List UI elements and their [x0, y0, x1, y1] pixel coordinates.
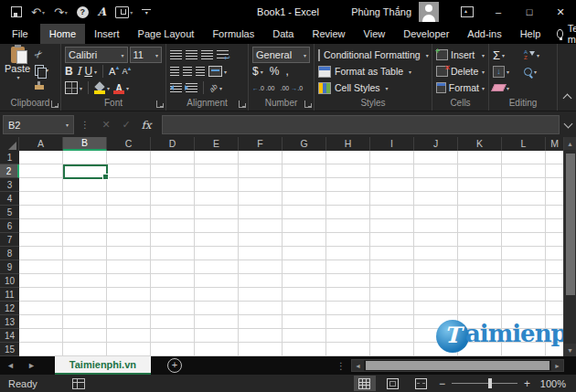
copy-button[interactable]: ▾ [35, 64, 57, 76]
formula-input[interactable] [162, 115, 560, 134]
vertical-scroll-thumb[interactable] [566, 154, 575, 295]
decrease-decimal-button[interactable]: .00 →.0 [281, 85, 304, 91]
scroll-down-button[interactable]: ▼ [564, 344, 576, 356]
tab-help[interactable]: Help [511, 24, 550, 44]
column-header-G[interactable]: G [283, 137, 326, 151]
find-select-button[interactable]: ▾ [524, 68, 553, 76]
clipboard-dialog-launcher[interactable] [51, 101, 59, 108]
font-name-combobox[interactable]: Calibri▾ [65, 47, 128, 63]
page-layout-view-button[interactable] [382, 376, 404, 391]
autosum-button[interactable]: Σ▾ [493, 49, 522, 61]
font-size-combobox[interactable]: 11▾ [130, 47, 163, 63]
format-painter-button[interactable] [35, 79, 57, 91]
help-button[interactable]: ? [77, 6, 89, 18]
middle-align-button[interactable] [186, 50, 197, 59]
tab-file[interactable]: File [0, 24, 40, 44]
alignment-dialog-launcher[interactable] [239, 101, 246, 108]
minimize-button[interactable]: – [483, 0, 514, 24]
touch-mouse-mode-button[interactable]: ▾ [115, 6, 133, 18]
previous-sheet-button[interactable]: ◄ [0, 361, 21, 370]
fill-color-button[interactable]: ▾ [94, 82, 110, 94]
row-header-11[interactable]: 11 [0, 288, 19, 302]
row-header-14[interactable]: 14 [0, 329, 19, 343]
decrease-font-size-button[interactable]: A▲ [122, 67, 130, 76]
bottom-align-button[interactable] [201, 50, 213, 59]
cell-styles-button[interactable]: Cell Styles ▾ [318, 79, 428, 96]
grid-cells[interactable] [19, 151, 563, 356]
column-header-L[interactable]: L [502, 137, 546, 151]
column-header-A[interactable]: A [19, 137, 63, 151]
wrap-text-button[interactable] [217, 50, 229, 59]
increase-indent-button[interactable] [186, 83, 197, 92]
name-box[interactable]: B2 ▾ [3, 115, 74, 134]
fill-button[interactable]: ↓▾ [493, 66, 522, 78]
orientation-button[interactable]: ab▾ [209, 84, 222, 92]
zoom-level[interactable]: 100% [537, 378, 566, 389]
redo-button[interactable]: ↷▾ [54, 6, 68, 18]
new-sheet-button[interactable]: + [167, 358, 182, 373]
bold-button[interactable]: B [65, 65, 73, 78]
row-header-4[interactable]: 4 [0, 192, 19, 206]
sheet-tab-active[interactable]: Taimienphi.vn [55, 356, 151, 375]
number-dialog-launcher[interactable] [304, 101, 312, 108]
row-header-5[interactable]: 5 [0, 206, 19, 219]
horizontal-scrollbar[interactable]: ◄ ► [351, 359, 564, 372]
macro-record-icon[interactable] [72, 378, 85, 389]
insert-function-button[interactable]: fx [136, 119, 156, 132]
ribbon-display-options-button[interactable] [452, 0, 483, 24]
user-name[interactable]: Phùng Thắng [351, 6, 411, 17]
format-cells-button[interactable]: Format ▾ [436, 79, 485, 96]
insert-cells-button[interactable]: Insert ▾ [436, 47, 485, 63]
horizontal-scroll-thumb[interactable] [366, 361, 549, 370]
zoom-slider-thumb[interactable] [488, 378, 492, 388]
format-as-table-button[interactable]: Format as Table ▾ [318, 63, 428, 79]
customize-qat-button[interactable]: ▾ [142, 9, 151, 15]
top-align-button[interactable] [170, 50, 182, 59]
number-format-combobox[interactable]: General▾ [252, 47, 310, 63]
scroll-right-button[interactable]: ► [551, 360, 563, 371]
row-header-8[interactable]: 8 [0, 247, 19, 260]
conditional-formatting-button[interactable]: Conditional Formatting ▾ [318, 47, 428, 63]
column-header-C[interactable]: C [107, 137, 151, 151]
select-all-button[interactable] [0, 137, 19, 151]
percent-style-button[interactable]: % [270, 65, 280, 78]
maximize-button[interactable]: □ [514, 0, 545, 24]
tab-data[interactable]: Data [263, 24, 303, 44]
page-break-view-button[interactable] [411, 376, 432, 391]
row-header-1[interactable]: 1 [0, 151, 19, 164]
column-header-F[interactable]: F [239, 137, 283, 151]
column-header-K[interactable]: K [458, 137, 502, 151]
tell-me-button[interactable]: Tell me [549, 24, 576, 44]
column-header-J[interactable]: J [414, 137, 458, 151]
tab-insert[interactable]: Insert [85, 24, 129, 44]
row-header-13[interactable]: 13 [0, 315, 19, 329]
collapse-ribbon-button[interactable] [558, 44, 576, 111]
normal-view-button[interactable] [354, 376, 376, 391]
align-left-button[interactable] [170, 67, 179, 76]
align-right-button[interactable] [196, 67, 205, 76]
underline-button[interactable]: U▾ [84, 65, 97, 78]
increase-font-size-button[interactable]: A▲ [109, 66, 118, 77]
align-center-button[interactable] [183, 67, 192, 76]
delete-cells-button[interactable]: Delete ▾ [436, 63, 485, 79]
vertical-scrollbar[interactable]: ▲ ▼ [563, 137, 576, 356]
italic-button[interactable]: I [77, 65, 81, 78]
column-header-H[interactable]: H [326, 137, 370, 151]
selected-cell[interactable] [63, 164, 108, 179]
borders-button[interactable]: ▾ [65, 81, 82, 94]
row-header-12[interactable]: 12 [0, 302, 19, 315]
fill-handle[interactable] [102, 174, 109, 180]
tab-view[interactable]: View [355, 24, 395, 44]
tab-add-ins[interactable]: Add-ins [458, 24, 510, 44]
column-header-B[interactable]: B [63, 137, 107, 151]
comma-style-button[interactable]: , [285, 65, 288, 78]
zoom-out-button[interactable]: − [439, 377, 445, 390]
close-button[interactable]: ✕ [545, 0, 576, 24]
column-header-M[interactable]: M [546, 137, 563, 151]
row-header-3[interactable]: 3 [0, 178, 19, 192]
row-header-9[interactable]: 9 [0, 260, 19, 274]
tab-developer[interactable]: Developer [394, 24, 458, 44]
tab-review[interactable]: Review [303, 24, 354, 44]
font-style-button[interactable]: A [98, 5, 106, 18]
merge-center-button[interactable]: ▾ [208, 66, 227, 77]
